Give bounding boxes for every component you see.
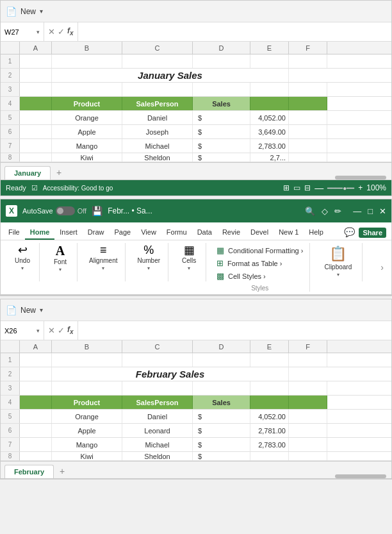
styles-group: ▦ Conditional Formatting › ⊞ Format as T…	[210, 243, 310, 292]
cell-ref-bottom: X26	[4, 327, 17, 335]
pencil-icon[interactable]: ✏	[334, 206, 341, 216]
clipboard-group: 📋 Clipboard ▾	[314, 243, 363, 281]
tab-help[interactable]: Help	[304, 226, 329, 240]
cells-icon: ▦	[184, 244, 195, 256]
cell-ref-box-bottom[interactable]: X26 ▾	[1, 321, 44, 340]
february-spreadsheet: 📄 New ▾ X26 ▾ ✕ ✓ fx A B C D E F 1	[0, 299, 392, 480]
tab-review[interactable]: Revie	[217, 226, 245, 240]
conditional-formatting-icon: ▦	[216, 246, 224, 255]
bottom-title-bar: 📄 New ▾	[1, 299, 391, 321]
tab-developer[interactable]: Devel	[245, 226, 274, 240]
font-button[interactable]: A Font ▾	[49, 243, 72, 274]
title-right: 🔍 ◇ ✏ — □ ✕	[305, 206, 386, 216]
tab-data[interactable]: Data	[192, 226, 217, 240]
diamond-icon[interactable]: ◇	[322, 206, 328, 216]
cell-ref-arrow-bottom[interactable]: ▾	[37, 328, 40, 334]
scroll-area-bottom	[335, 474, 391, 478]
col-header-e-bottom: E	[250, 340, 289, 353]
tab-view[interactable]: View	[136, 226, 161, 240]
add-sheet-button[interactable]: +	[52, 165, 66, 179]
top-formula-bar: W27 ▾ ✕ ✓ fx	[1, 22, 391, 42]
cells-group: ▦ Cells ▾	[172, 243, 206, 281]
table-row: 3	[1, 83, 391, 97]
save-icon[interactable]: 💾	[92, 206, 102, 216]
tab-january[interactable]: January	[4, 166, 51, 179]
tab-page[interactable]: Page	[109, 226, 136, 240]
conditional-formatting-label: Conditional Formatting ›	[228, 247, 303, 254]
cell-ref-box[interactable]: W27 ▾	[1, 22, 44, 41]
table-row: 3	[1, 381, 391, 396]
sheet-title-bottom[interactable]: February Sales	[52, 367, 289, 381]
title-left: X AutoSave Off 💾 Febr... • Sa...	[6, 205, 152, 217]
col-header-e: E	[250, 42, 289, 54]
page-view-icon[interactable]: ▭	[293, 183, 300, 192]
col-headers-bottom: A B C D E F	[1, 340, 391, 353]
number-arrow: ▾	[147, 265, 150, 271]
zoom-plus[interactable]: +	[358, 183, 363, 192]
clipboard-button[interactable]: 📋 Clipboard ▾	[319, 243, 357, 280]
tab-insert[interactable]: Insert	[54, 226, 83, 240]
col-headers-top: A B C D E F	[1, 42, 391, 54]
status-left: Ready ☑ Accessibility: Good to go	[6, 184, 113, 192]
table-row: 7 Mango Michael $ 2,783.00	[1, 438, 391, 452]
doc-icon: 📄	[6, 6, 17, 17]
cell-styles-label: Cell Styles ›	[228, 272, 266, 280]
title-bar-arrow-bottom[interactable]: ▾	[40, 306, 43, 313]
top-grid: 1 2 January Sales 3 4 Produ	[1, 54, 391, 162]
bottom-grid: 1 2 February Sales 3 4 Prod	[1, 353, 391, 461]
sheet-title-top[interactable]: January Sales	[52, 69, 289, 82]
search-icon[interactable]: 🔍	[305, 206, 315, 216]
number-label: Number	[137, 257, 160, 264]
conditional-formatting-button[interactable]: ▦ Conditional Formatting ›	[214, 244, 306, 256]
format-as-table-button[interactable]: ⊞ Format as Table ›	[214, 257, 306, 269]
tab-february[interactable]: February	[4, 465, 54, 478]
alignment-label: Alignment	[89, 257, 117, 264]
ribbon-tabs: File Home Insert Draw Page View Formu Da…	[1, 222, 391, 240]
cells-button[interactable]: ▦ Cells ▾	[177, 243, 200, 272]
zoom-minus[interactable]: —	[314, 183, 323, 193]
close-button[interactable]: ✕	[379, 206, 386, 216]
accessibility-label: Accessibility: Good to go	[43, 185, 113, 192]
undo-button[interactable]: ↩ Undo ▾	[11, 243, 34, 272]
tab-new1[interactable]: New 1	[274, 226, 304, 240]
tab-bar-top: January +	[1, 162, 391, 180]
minimize-button[interactable]: —	[353, 206, 361, 216]
clipboard-arrow: ▾	[337, 272, 339, 278]
zoom-slider[interactable]: ━━━━●━━	[327, 185, 354, 192]
autosave-toggle[interactable]	[56, 206, 75, 215]
formula-cancel-icon[interactable]: ✕ ✓ fx	[44, 22, 78, 41]
table-row: 2 February Sales	[1, 367, 391, 381]
page-break-icon[interactable]: ⊟	[304, 183, 311, 192]
tab-draw[interactable]: Draw	[83, 226, 110, 240]
status-right: ⊞ ▭ ⊟ — ━━━━●━━ + 100%	[283, 183, 386, 193]
scrollbar-thumb[interactable]	[335, 176, 386, 179]
maximize-button[interactable]: □	[368, 206, 373, 216]
doc-icon-bottom: 📄	[6, 305, 17, 315]
alignment-button[interactable]: ≡ Alignment ▾	[86, 243, 120, 272]
cell-ref-arrow[interactable]: ▾	[37, 29, 40, 35]
autosave-group: AutoSave Off	[22, 206, 86, 215]
font-icon: A	[56, 244, 65, 257]
table-row: 6 Apple Joseph $ 3,649.00	[1, 125, 391, 139]
row-num-spacer-bottom	[1, 340, 20, 353]
number-button[interactable]: % Number ▾	[135, 243, 163, 272]
clipboard-icon: 📋	[329, 246, 347, 262]
format-as-table-icon: ⊞	[216, 258, 224, 268]
add-sheet-button-bottom[interactable]: +	[55, 464, 69, 478]
share-icon[interactable]: Share	[359, 228, 386, 238]
font-group: A Font ▾	[44, 243, 78, 281]
comment-icon[interactable]: 💬	[344, 227, 355, 240]
table-row: 8 Kiwi Sheldon $ 2,7...	[1, 153, 391, 162]
ribbon-scroll[interactable]: ›	[380, 262, 386, 272]
cell-styles-button[interactable]: ▩ Cell Styles ›	[214, 270, 306, 282]
table-row: 5 Orange Daniel $ 4,052.00	[1, 410, 391, 424]
tab-formulas[interactable]: Formu	[161, 226, 192, 240]
grid-view-icon[interactable]: ⊞	[283, 183, 290, 192]
table-row: 4 Product SalesPerson Sales	[1, 396, 391, 410]
tab-file[interactable]: File	[3, 226, 25, 240]
scrollbar-thumb-bottom[interactable]	[335, 474, 386, 478]
undo-label: Undo	[15, 257, 30, 264]
tab-home[interactable]: Home	[25, 226, 55, 240]
col-header-f: F	[289, 42, 327, 54]
title-bar-arrow[interactable]: ▾	[40, 8, 43, 15]
